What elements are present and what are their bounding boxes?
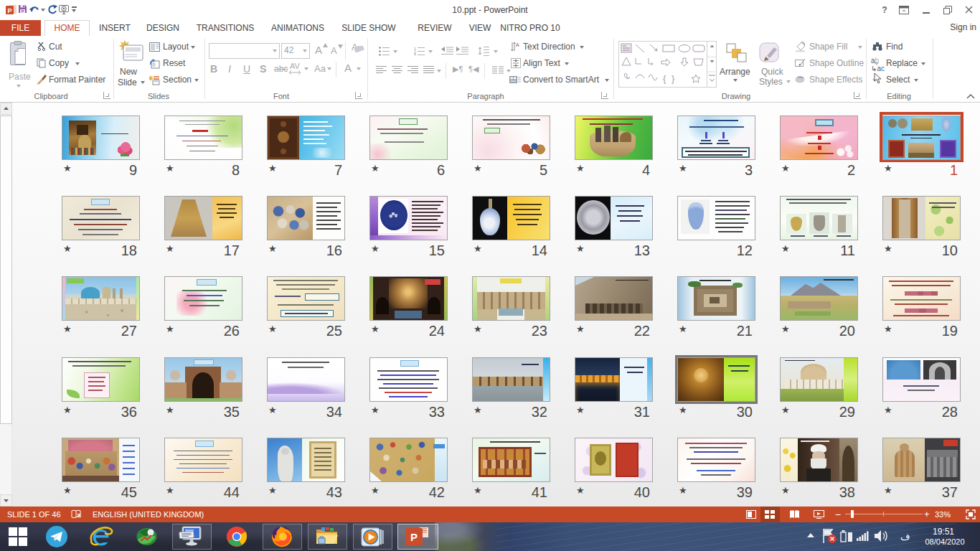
svg-text:P: P — [410, 531, 418, 543]
svg-text:3: 3 — [414, 53, 416, 57]
svg-text:{: { — [663, 73, 666, 84]
svg-text:A: A — [516, 42, 519, 47]
svg-text:}: } — [672, 73, 675, 84]
